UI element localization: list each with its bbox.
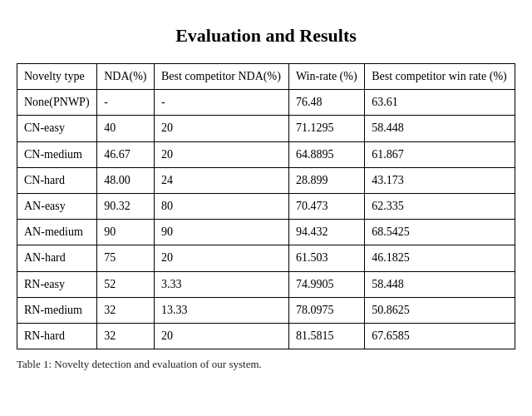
table-row: RN-easy523.3374.990558.448 [17, 271, 515, 297]
table-row: RN-hard322081.581567.6585 [17, 323, 515, 349]
cell-9-3: 81.5815 [288, 323, 364, 349]
col-header-best-nda: Best competitor NDA(%) [154, 64, 288, 90]
cell-7-3: 74.9905 [288, 271, 364, 297]
cell-5-2: 90 [154, 220, 288, 245]
cell-7-1: 52 [97, 271, 155, 297]
cell-6-1: 75 [97, 245, 155, 271]
cell-1-1: 40 [97, 116, 155, 141]
table-row: RN-medium3213.3378.097550.8625 [17, 297, 515, 323]
cell-6-4: 46.1825 [365, 245, 515, 271]
cell-0-4: 63.61 [365, 90, 515, 116]
col-header-novelty: Novelty type [17, 64, 97, 90]
cell-4-2: 80 [154, 193, 288, 219]
table-row: CN-easy402071.129558.448 [17, 116, 515, 141]
cell-7-0: RN-easy [17, 271, 97, 297]
cell-1-4: 58.448 [365, 116, 515, 141]
cell-4-1: 90.32 [97, 193, 155, 219]
cell-8-4: 50.8625 [365, 297, 515, 323]
col-header-nda: NDA(%) [97, 64, 155, 90]
cell-5-4: 68.5425 [365, 220, 515, 245]
cell-2-0: CN-medium [17, 141, 97, 167]
cell-0-3: 76.48 [288, 90, 364, 116]
cell-5-1: 90 [97, 220, 155, 245]
table-row: AN-hard752061.50346.1825 [17, 245, 515, 271]
cell-5-0: AN-medium [17, 220, 97, 245]
cell-0-2: - [154, 90, 288, 116]
cell-3-4: 43.173 [365, 167, 515, 193]
cell-9-1: 32 [97, 323, 155, 349]
cell-2-4: 61.867 [365, 141, 515, 167]
cell-8-2: 13.33 [154, 297, 288, 323]
cell-9-4: 67.6585 [365, 323, 515, 349]
cell-6-2: 20 [154, 245, 288, 271]
table-row: CN-hard48.002428.89943.173 [17, 167, 515, 193]
cell-3-3: 28.899 [288, 167, 364, 193]
col-header-winrate: Win-rate (%) [288, 64, 364, 90]
cell-7-4: 58.448 [365, 271, 515, 297]
cell-1-2: 20 [154, 116, 288, 141]
cell-9-0: RN-hard [17, 323, 97, 349]
cell-3-2: 24 [154, 167, 288, 193]
cell-0-1: - [97, 90, 155, 116]
cell-6-3: 61.503 [288, 245, 364, 271]
table-row: CN-medium46.672064.889561.867 [17, 141, 515, 167]
cell-7-2: 3.33 [154, 271, 288, 297]
cell-2-1: 46.67 [97, 141, 155, 167]
cell-4-4: 62.335 [365, 193, 515, 219]
cell-3-0: CN-hard [17, 167, 97, 193]
table-row: AN-medium909094.43268.5425 [17, 220, 515, 245]
cell-1-3: 71.1295 [288, 116, 364, 141]
cell-2-3: 64.8895 [288, 141, 364, 167]
page-title: Evaluation and Results [175, 25, 357, 47]
cell-4-3: 70.473 [288, 193, 364, 219]
table-row: None(PNWP)--76.4863.61 [17, 90, 515, 116]
table-row: AN-easy90.328070.47362.335 [17, 193, 515, 219]
cell-0-0: None(PNWP) [17, 90, 97, 116]
results-table: Novelty type NDA(%) Best competitor NDA(… [17, 63, 515, 349]
cell-5-3: 94.432 [288, 220, 364, 245]
cell-8-1: 32 [97, 297, 155, 323]
cell-8-0: RN-medium [17, 297, 97, 323]
table-caption: Table 1: Novelty detection and evaluatio… [17, 358, 515, 371]
col-header-best-winrate: Best competitor win rate (%) [365, 64, 515, 90]
cell-9-2: 20 [154, 323, 288, 349]
cell-8-3: 78.0975 [288, 297, 364, 323]
cell-4-0: AN-easy [17, 193, 97, 219]
cell-1-0: CN-easy [17, 116, 97, 141]
cell-3-1: 48.00 [97, 167, 155, 193]
cell-2-2: 20 [154, 141, 288, 167]
cell-6-0: AN-hard [17, 245, 97, 271]
